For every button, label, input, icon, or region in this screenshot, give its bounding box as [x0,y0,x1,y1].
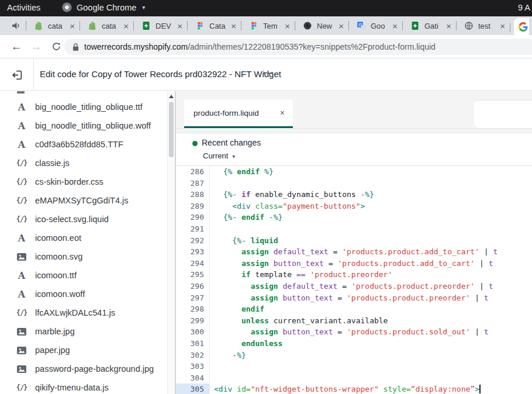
file-list-item[interactable]: {/} qikify-tmenu-data.js [0,378,167,394]
file-list-item[interactable]: {/} lfcAXLwjkDALc541.js [0,303,167,322]
browser-tab[interactable]: Tem × [241,16,295,35]
file-name: big_noodle_titling_oblique.woff [35,121,151,130]
code-token: t [489,282,493,291]
file-list-item[interactable]: {/} eMAPMXSyTCgGdiT4.js [0,191,167,210]
tab-close-icon[interactable]: × [445,22,452,30]
file-list-item[interactable]: paper.jpg [0,341,167,360]
scroll-up-arrow-icon[interactable] [169,95,174,98]
file-list-item[interactable]: A big_noodle_titling_oblique.ttf [0,98,167,116]
google-favicon-icon [519,22,528,32]
code-editor-panel: product-form.liquid × Recent changes Cur… [175,91,532,394]
code-line-text: {%- endif -%} [210,212,282,223]
speaker-icon[interactable] [11,20,21,31]
file-list-item[interactable]: password-page-background.jpg [0,360,167,378]
file-list-item[interactable]: A icomoon.eot [0,229,167,247]
tab-close-icon[interactable]: × [68,22,76,30]
code-token [214,236,232,245]
code-token [214,339,241,348]
text-cursor [479,385,481,393]
back-button[interactable]: ← [8,39,25,55]
code-line-text: assign default_text = 'products.product.… [210,246,498,258]
globe-favicon-icon [464,21,474,30]
browser-tab[interactable]: DEV × [133,16,187,35]
figma-favicon-icon [195,21,205,30]
activities-button[interactable]: Activities [7,3,40,12]
file-list-item[interactable]: A icomoon.ttf [0,266,167,285]
page-header: Edit code for Copy of Tower Records prd0… [0,59,532,91]
line-number: 303 [176,361,210,372]
browser-tab[interactable]: test × [456,16,510,35]
forward-button[interactable]: → [28,39,44,55]
browser-tab[interactable]: New × [295,16,348,35]
file-list-item[interactable]: {/} cs-skin-border.css [0,172,167,191]
reload-button[interactable] [48,39,64,55]
code-file-icon: {/} [16,215,27,223]
file-list-item[interactable]: A c0df3a6b528fdd85.TTF [0,135,167,154]
code-line: 304 [176,372,532,384]
code-token [214,316,241,325]
file-list-item[interactable]: {/} ico-select.svg.liquid [0,210,167,229]
version-selector[interactable]: Current▾ [203,151,235,160]
tab-close-icon[interactable]: × [176,22,184,30]
code-token [214,351,232,360]
browser-tab[interactable]: Cata × [187,16,241,35]
code-token [269,316,274,325]
tab-close-icon[interactable]: × [122,22,130,30]
image-file-icon [16,347,27,354]
code-token: "payment-buttons" [282,202,360,210]
font-file-icon: A [16,139,27,150]
code-token: if [241,190,251,199]
browser-tab[interactable]: Gati × [402,16,456,35]
browser-tab[interactable]: cata × [26,16,80,35]
more-actions-button[interactable]: ••• [263,68,274,78]
line-number: 286 [176,166,210,178]
code-line: 291 [176,223,532,235]
code-editor-content[interactable]: 286 {% endif %} 287 288 {%- if enable_dy… [176,166,532,394]
editor-tab-close-icon[interactable]: × [280,108,285,117]
image-file-icon [16,365,27,373]
version-panel: Recent changes Current▾ [176,133,532,166]
address-bar[interactable]: towerrecords.myshopify.com/admin/themes/… [64,39,532,55]
code-line-text: unless current_variant.available [210,315,388,327]
tab-close-icon[interactable]: × [284,22,291,30]
file-list-item[interactable]: marble.jpg [0,322,167,341]
tab-label: Tem [263,22,283,30]
file-list-item[interactable]: {/} classie.js [0,154,167,172]
line-number: 305 [176,383,210,394]
editor-file-tab[interactable]: product-form.liquid × [184,99,293,128]
file-list-item[interactable]: A icomoon.woff [0,285,167,303]
app-menu[interactable]: Google Chrome ▾ [62,2,145,12]
browser-tab[interactable]: × [514,18,529,35]
tab-label: cata [48,22,68,30]
line-number: 291 [176,223,210,235]
tab-close-icon[interactable]: × [499,22,506,30]
figma-favicon-icon [249,21,258,30]
screen: Activities Google Chrome ▾ 9 A cata × ca… [0,0,532,394]
code-token: -%} [269,213,282,222]
sidebar-scrollbar[interactable] [167,91,175,394]
tab-close-icon[interactable]: × [230,22,237,30]
shopify-favicon-icon [34,21,43,30]
image-file-icon [16,253,27,261]
code-token: default_text [282,282,337,291]
file-list-item[interactable]: A big_noodle_titling_oblique.woff [0,116,167,135]
clock[interactable]: 9 A [518,3,530,12]
tab-close-icon[interactable]: × [391,22,399,30]
tab-close-icon[interactable]: × [337,22,345,30]
scrollbar-thumb[interactable] [169,102,174,157]
file-list-item[interactable]: icomoon.svg [0,247,167,266]
browser-tab[interactable]: G Goo × [348,16,402,35]
line-number: 289 [176,201,210,212]
code-token: | [470,293,483,302]
file-name: paper.jpg [35,345,70,355]
code-token: class= [255,202,282,210]
code-token: button_text [282,293,333,302]
lock-icon[interactable] [72,43,79,51]
browser-tab[interactable]: cata × [80,16,133,35]
code-token: endif [241,305,264,313]
code-line-text: assign button_text = 'products.product.p… [210,292,489,304]
tab-label: Cata [209,22,229,30]
code-token [214,293,251,302]
exit-code-editor-button[interactable] [12,70,23,81]
shopify-favicon-icon [88,21,97,30]
